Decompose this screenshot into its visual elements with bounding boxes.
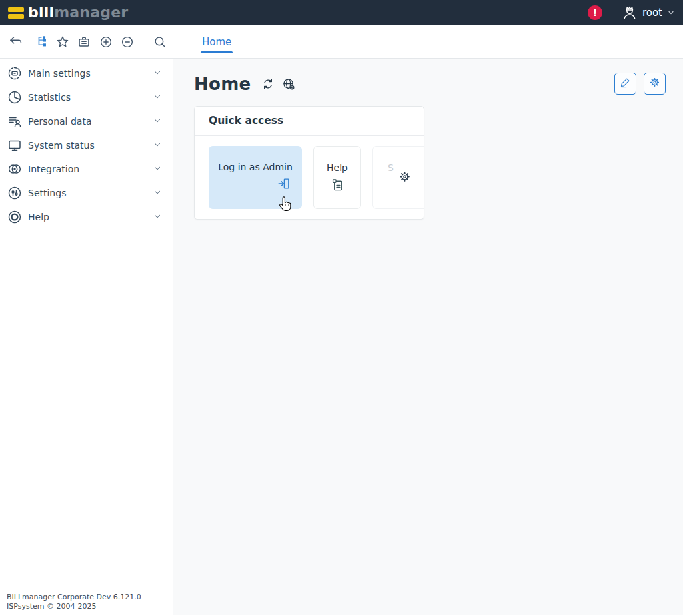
sidebar-item-label: Integration [28,164,79,174]
user-menu[interactable]: root [621,5,675,21]
add-circle-icon[interactable] [99,35,113,49]
sidebar-item-main-settings[interactable]: Main settings [0,61,173,85]
alert-icon[interactable]: ! [588,5,602,20]
logo-text-light: manager [54,4,128,21]
remove-circle-icon[interactable] [120,35,135,49]
chevron-down-icon [153,163,162,176]
sliders-icon [7,185,23,201]
back-icon[interactable] [8,35,23,49]
version-line: BILLmanager Corporate Dev 6.121.0 [7,593,141,602]
alert-badge-text: ! [593,7,597,18]
quick-access-title: Quick access [195,107,424,136]
sidebar: Main settings Statistics [0,59,173,615]
sidebar-item-settings[interactable]: Settings [0,181,173,205]
integration-circles-icon [7,161,23,177]
sidebar-item-personal-data[interactable]: Personal data [0,109,173,133]
app-header: billmanager ! root [0,0,683,25]
tasks-briefcase-icon[interactable] [77,35,91,49]
version-footer: BILLmanager Corporate Dev 6.121.0 ISPsys… [7,593,141,611]
lifebuoy-icon [7,209,23,225]
crown-user-icon [621,5,638,21]
sidebar-item-system-status[interactable]: System status [0,133,173,157]
sidebar-item-statistics[interactable]: Statistics [0,85,173,109]
notes-icon [330,178,345,196]
pie-chart-icon [7,89,23,105]
tile-label: S [388,162,394,173]
edit-dashboard-button[interactable] [614,73,636,95]
chevron-down-icon [667,9,675,17]
sidebar-item-label: System status [28,140,95,151]
dashboard-settings-button[interactable] [644,73,666,95]
page-title: Home [194,74,251,94]
tile-label: Help [327,162,348,173]
user-name: root [642,7,662,19]
sidebar-item-label: Personal data [28,116,92,127]
sidebar-item-label: Help [28,212,49,222]
monitor-icon [7,137,23,153]
gear-icon [648,76,661,91]
logo-icon [8,7,24,19]
tile-help[interactable]: Help [313,146,361,209]
chevron-down-icon [153,187,162,200]
chevron-down-icon [153,115,162,128]
chevron-down-icon [153,211,162,224]
sidebar-item-help[interactable]: Help [0,205,173,229]
tab-bar: Home [173,25,231,58]
logo-text-bold: bill [28,4,54,21]
tree-view-icon[interactable] [35,35,49,49]
logo-text: billmanager [28,5,128,20]
tile-label: Log in as Admin [218,162,293,172]
person-list-icon [7,113,23,129]
chevron-down-icon [153,67,162,80]
app-logo[interactable]: billmanager [8,5,128,20]
tile-login-as-admin[interactable]: Log in as Admin [209,146,302,209]
tab-home-label: Home [202,36,231,48]
toolbar: Home [0,25,683,59]
toolbar-icon-group [0,25,173,58]
tab-home[interactable]: Home [202,25,231,58]
login-icon [277,176,291,194]
dashboard-globe-icon [7,65,23,81]
main-content: Home [173,59,683,615]
sidebar-item-integration[interactable]: Integration [0,157,173,181]
refresh-icon[interactable] [261,77,275,91]
search-icon[interactable] [153,35,167,49]
sidebar-item-label: Main settings [28,68,91,79]
sidebar-item-label: Statistics [28,92,71,103]
chevron-down-icon [153,91,162,104]
widget-gear-icon[interactable] [398,170,412,186]
edit-pencil-icon [619,76,632,91]
quick-access-widget: Quick access Log in as Admin Help [194,106,424,220]
favorites-star-icon[interactable] [55,35,70,49]
sidebar-item-label: Settings [28,188,66,198]
chevron-down-icon [153,139,162,152]
copyright-line: ISPsystem © 2004-2025 [7,602,141,611]
globe-language-icon[interactable] [282,77,295,91]
quick-access-tiles: Log in as Admin Help [195,136,424,219]
